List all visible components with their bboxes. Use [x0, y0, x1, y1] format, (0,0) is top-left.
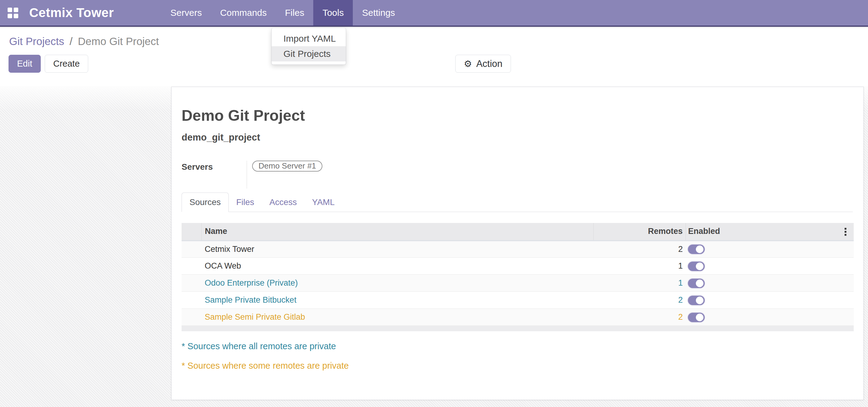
enabled-toggle[interactable]	[688, 261, 705, 271]
top-navbar: Cetmix Tower ServersCommandsFilesToolsSe…	[0, 0, 868, 27]
nav-item-settings[interactable]: Settings	[353, 0, 404, 26]
enabled-toggle[interactable]	[688, 279, 705, 288]
optional-columns-icon[interactable]	[841, 227, 850, 237]
tab-sources[interactable]: Sources	[182, 192, 229, 212]
menu-item-import-yaml[interactable]: Import YAML	[272, 31, 346, 46]
server-tag[interactable]: Demo Server #1	[252, 161, 322, 171]
row-enabled-cell	[685, 309, 854, 326]
row-enabled-cell	[685, 292, 854, 309]
nav-item-tools[interactable]: Tools	[313, 0, 353, 26]
row-selector-cell	[182, 292, 202, 309]
action-button[interactable]: ⚙ Action	[455, 55, 511, 73]
row-remotes-cell: 2	[593, 241, 685, 258]
row-name-cell: OCA Web	[202, 258, 593, 275]
name-column-header[interactable]: Name	[202, 223, 593, 241]
breadcrumb-current: Demo Git Project	[78, 35, 159, 47]
sources-table: Name Remotes Enabled Cetmix Tower 2 OCA …	[182, 223, 854, 331]
edit-button[interactable]: Edit	[8, 55, 41, 73]
row-selector-cell	[182, 275, 202, 292]
enabled-toggle[interactable]	[688, 296, 705, 305]
legend-footnotes: * Sources where all remotes are private*…	[182, 341, 853, 371]
row-remotes-cell: 2	[593, 292, 685, 309]
nav-item-commands[interactable]: Commands	[211, 0, 276, 26]
row-enabled-cell	[685, 258, 854, 275]
menu-item-git-projects[interactable]: Git Projects	[272, 46, 346, 61]
nav-menu: ServersCommandsFilesToolsSettings	[161, 0, 404, 26]
row-enabled-cell	[685, 241, 854, 258]
row-selector-cell	[182, 241, 202, 258]
form-sheet: Demo Git Project demo_git_project Server…	[171, 87, 864, 400]
legend-footnote: * Sources where all remotes are private	[182, 341, 853, 351]
content-area: Demo Git Project demo_git_project Server…	[0, 86, 868, 407]
table-footer-row	[182, 326, 854, 331]
apps-menu-button[interactable]	[0, 0, 26, 26]
row-selector-cell	[182, 309, 202, 326]
servers-field-value: Demo Server #1	[247, 161, 322, 189]
row-remotes-cell: 1	[593, 258, 685, 275]
table-row[interactable]: Sample Private Bitbucket 2	[182, 292, 854, 309]
tab-yaml[interactable]: YAML	[304, 192, 342, 212]
record-title: Demo Git Project	[182, 107, 853, 125]
table-row[interactable]: Odoo Enterprise (Private) 1	[182, 275, 854, 292]
action-button-label: Action	[476, 58, 502, 69]
control-buttons: Edit Create	[8, 55, 88, 73]
toggle-knob	[696, 262, 704, 270]
breadcrumb: Git Projects / Demo Git Project	[9, 35, 159, 48]
toggle-knob	[696, 280, 704, 287]
row-enabled-cell	[685, 275, 854, 292]
app-window: Cetmix Tower ServersCommandsFilesToolsSe…	[0, 0, 868, 407]
table-row[interactable]: Cetmix Tower 2	[182, 241, 854, 258]
record-subtitle: demo_git_project	[182, 132, 853, 143]
row-remotes-cell: 2	[593, 309, 685, 326]
table-header-row: Name Remotes Enabled	[182, 223, 854, 241]
control-panel: Git Projects / Demo Git Project Edit Cre…	[0, 28, 868, 86]
legend-footnote: * Sources where some remotes are private	[182, 361, 853, 371]
notebook-tabs: SourcesFilesAccessYAML	[182, 192, 853, 212]
enabled-column-header[interactable]: Enabled	[685, 223, 854, 241]
row-remotes-cell: 1	[593, 275, 685, 292]
nav-item-files[interactable]: Files	[276, 0, 313, 26]
toggle-knob	[696, 314, 704, 321]
create-button[interactable]: Create	[45, 55, 88, 73]
table-row[interactable]: OCA Web 1	[182, 258, 854, 275]
gear-icon: ⚙	[464, 59, 472, 68]
toggle-knob	[696, 246, 704, 253]
enabled-toggle[interactable]	[688, 313, 705, 322]
servers-field-label: Servers	[182, 161, 247, 189]
tab-access[interactable]: Access	[262, 192, 304, 212]
row-name-cell: Odoo Enterprise (Private)	[202, 275, 593, 292]
sources-table-wrap: Name Remotes Enabled Cetmix Tower 2 OCA …	[182, 223, 854, 331]
table-body: Cetmix Tower 2 OCA Web 1 Odoo Enterprise…	[182, 241, 854, 326]
selector-column-header	[182, 223, 202, 241]
servers-field-row: Servers Demo Server #1	[182, 161, 853, 189]
tab-files[interactable]: Files	[229, 192, 262, 212]
tools-dropdown-menu: Import YAMLGit Projects	[271, 28, 346, 65]
apps-grid-icon	[8, 8, 18, 18]
breadcrumb-parent-link[interactable]: Git Projects	[9, 35, 64, 47]
brand-title[interactable]: Cetmix Tower	[26, 0, 122, 26]
toggle-knob	[696, 296, 704, 304]
row-name-cell: Sample Semi Private Gitlab	[202, 309, 593, 326]
remotes-column-header[interactable]: Remotes	[593, 223, 685, 241]
breadcrumb-separator: /	[67, 35, 75, 47]
nav-item-servers[interactable]: Servers	[161, 0, 211, 26]
row-name-cell: Sample Private Bitbucket	[202, 292, 593, 309]
row-name-cell: Cetmix Tower	[202, 241, 593, 258]
table-row[interactable]: Sample Semi Private Gitlab 2	[182, 309, 854, 326]
enabled-toggle[interactable]	[688, 245, 705, 254]
row-selector-cell	[182, 258, 202, 275]
